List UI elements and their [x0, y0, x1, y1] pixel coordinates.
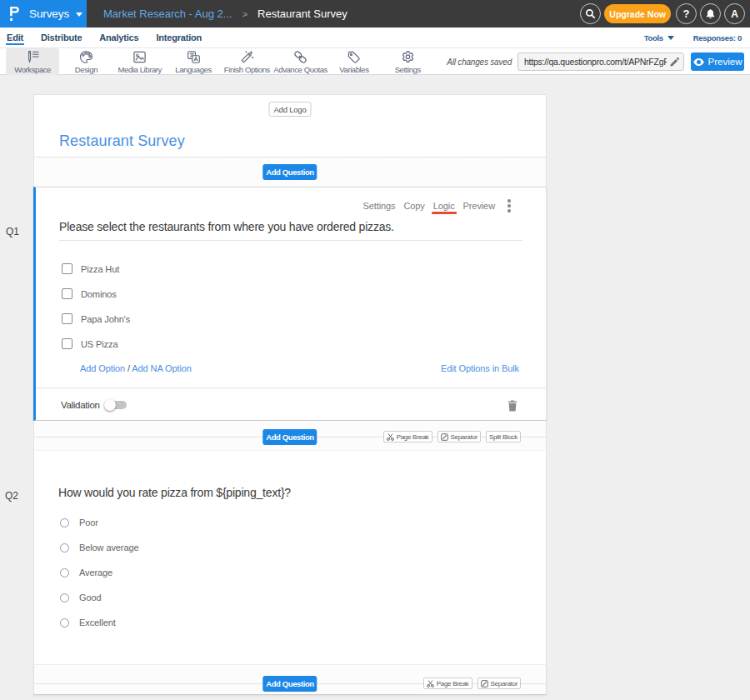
toolbar-item-workspace[interactable]: Workspace — [6, 48, 59, 75]
separator-button[interactable]: Separator — [478, 678, 521, 689]
toolbar-item-settings[interactable]: Settings — [381, 48, 434, 75]
product-menu[interactable]: Surveys — [0, 0, 87, 28]
radio-button[interactable] — [60, 543, 69, 552]
validation-label: Validation — [61, 400, 100, 410]
upgrade-now-button[interactable]: Upgrade Now — [604, 4, 671, 23]
toolbar-items: Workspace Design Media Library Languages… — [6, 48, 434, 75]
option-row: Excellent — [60, 610, 138, 635]
chevron-down-icon — [76, 12, 82, 17]
tools-menu[interactable]: Tools — [644, 33, 674, 42]
q1-logic-link[interactable]: Logic — [433, 201, 455, 211]
preview-button[interactable]: Preview — [691, 52, 744, 71]
scissors-icon — [387, 433, 394, 441]
add-question-button-bottom[interactable]: Add Question — [262, 676, 317, 692]
checkbox[interactable] — [62, 338, 72, 349]
question-code-q2: Q2 — [5, 490, 18, 502]
separator-label: Separator — [491, 680, 518, 688]
checkbox[interactable] — [62, 288, 72, 299]
page-break-label: Page Break — [437, 680, 469, 688]
option-label[interactable]: Papa John's — [81, 314, 130, 324]
option-label[interactable]: Good — [79, 592, 102, 602]
checkbox[interactable] — [62, 313, 72, 324]
toolbar-item-label: Settings — [395, 65, 421, 74]
add-question-button-top[interactable]: Add Question — [262, 164, 317, 180]
toolbar-item-media-library[interactable]: Media Library — [113, 48, 167, 75]
q1-copy-link[interactable]: Copy — [403, 201, 424, 211]
option-label[interactable]: Average — [79, 568, 112, 578]
separator-button[interactable]: Separator — [438, 431, 481, 442]
q1-preview-link[interactable]: Preview — [463, 201, 495, 211]
option-row: Dominos — [62, 282, 130, 307]
add-logo-button[interactable]: Add Logo — [268, 102, 311, 117]
question-block-q1[interactable]: Settings Copy Logic Preview Please selec… — [33, 187, 547, 421]
option-label[interactable]: Dominos — [81, 289, 117, 299]
eye-icon — [693, 58, 704, 66]
checkbox[interactable] — [62, 263, 72, 274]
tab-edit[interactable]: Edit — [6, 32, 24, 42]
account-avatar[interactable]: A — [724, 3, 745, 24]
survey-url-field[interactable]: https://qa.questionpro.com/t/APNrFZgR — [518, 52, 684, 71]
question-block-q2[interactable]: How would you rate pizza from ${piping_t… — [33, 450, 547, 664]
radio-button[interactable] — [60, 593, 69, 602]
toolbar-item-advance-quotas[interactable]: Advance Quotas — [273, 48, 327, 75]
dot — [508, 199, 511, 202]
page-break-button[interactable]: Page Break — [423, 678, 472, 689]
help-button[interactable]: ? — [676, 3, 697, 24]
languages-icon — [187, 50, 201, 64]
option-label[interactable]: Poor — [79, 518, 98, 528]
avatar-letter: A — [731, 8, 738, 20]
tab-integration[interactable]: Integration — [155, 32, 202, 42]
delete-question-button[interactable] — [508, 400, 518, 412]
survey-header-section: Add Logo Restaurant Survey — [33, 94, 547, 157]
toolbar-item-label: Design — [75, 65, 98, 74]
radio-button[interactable] — [60, 618, 69, 628]
add-question-button-middle[interactable]: Add Question — [262, 429, 317, 445]
responses-count[interactable]: Responses: 0 — [693, 33, 742, 42]
q1-settings-link[interactable]: Settings — [363, 201, 396, 211]
variables-icon — [347, 50, 361, 64]
survey-title[interactable]: Restaurant Survey — [59, 132, 185, 150]
option-label[interactable]: Below average — [79, 542, 138, 552]
option-label[interactable]: US Pizza — [81, 339, 118, 349]
radio-button[interactable] — [60, 518, 69, 528]
dot — [508, 209, 511, 212]
option-label[interactable]: Excellent — [79, 618, 116, 628]
toggle-knob — [104, 399, 116, 411]
product-menu-label: Surveys — [29, 8, 69, 20]
edit-options-in-bulk-link[interactable]: Edit Options in Bulk — [441, 363, 519, 373]
toolbar-item-variables[interactable]: Variables — [328, 48, 381, 75]
page-break-button[interactable]: Page Break — [383, 431, 432, 442]
validation-toggle[interactable] — [105, 401, 127, 409]
option-row: Poor — [60, 510, 138, 535]
option-row: Average — [60, 560, 138, 585]
add-na-option-link[interactable]: Add NA Option — [132, 363, 191, 373]
option-label[interactable]: Pizza Hut — [81, 264, 119, 274]
add-option-row: Add Option / Add NA Option — [80, 363, 192, 373]
search-button[interactable] — [580, 3, 601, 24]
tab-analytics[interactable]: Analytics — [98, 32, 139, 42]
add-question-strip-bottom: Add Question Page Break Separator — [33, 664, 547, 695]
finish-options-icon — [240, 50, 254, 64]
media-library-icon — [132, 50, 147, 64]
tab-distribute[interactable]: Distribute — [40, 32, 82, 42]
q1-more-menu-icon[interactable] — [508, 198, 511, 213]
toolbar-item-finish-options[interactable]: Finish Options — [220, 48, 273, 75]
breadcrumb-folder[interactable]: Market Research - Aug 2... — [103, 8, 232, 20]
survey-editor-canvas: Q1 Q2 Add Logo Restaurant Survey Add Que… — [0, 75, 750, 700]
q2-options: Poor Below average Average Good Excellen… — [60, 510, 138, 635]
question-text-q2[interactable]: How would you rate pizza from ${piping_t… — [58, 487, 291, 499]
question-text-q1[interactable]: Please select the restaurants from where… — [59, 221, 522, 241]
tabbar-actions: Tools Responses: 0 — [644, 28, 742, 48]
question-code-q1: Q1 — [6, 226, 19, 238]
add-option-link[interactable]: Add Option — [80, 363, 125, 373]
tools-label: Tools — [644, 33, 663, 42]
option-row: US Pizza — [62, 332, 130, 357]
edit-url-button[interactable] — [670, 58, 679, 67]
preview-label: Preview — [708, 57, 742, 67]
separator-icon — [481, 680, 488, 688]
notifications-button[interactable] — [700, 3, 721, 24]
radio-button[interactable] — [60, 568, 69, 578]
toolbar-item-languages[interactable]: Languages — [167, 48, 220, 75]
toolbar-item-design[interactable]: Design — [59, 48, 112, 75]
split-block-button[interactable]: Split Block — [486, 431, 521, 442]
